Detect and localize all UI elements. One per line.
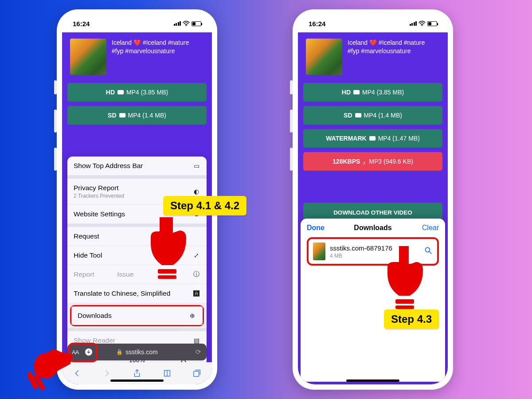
video-header: Iceland ❤️ #Iceland #nature #fyp #marvel…: [298, 32, 448, 83]
svg-rect-4: [158, 269, 176, 274]
battery-icon: [427, 21, 437, 26]
menu-show-top-address-bar[interactable]: Show Top Address Bar ▭: [67, 156, 207, 176]
bookmarks-button[interactable]: [162, 368, 172, 378]
shield-icon: ◐: [192, 188, 200, 196]
tabs-button[interactable]: [192, 368, 202, 378]
wifi-icon: [183, 21, 190, 26]
home-indicator: [110, 379, 164, 382]
status-time: 16:24: [309, 20, 325, 27]
done-button[interactable]: Done: [307, 224, 325, 232]
lock-icon: 🔒: [116, 349, 123, 355]
video-caption-line2: #fyp #marvelousnature: [112, 47, 189, 55]
pointer-hand-icon: [379, 243, 428, 312]
menu-translate[interactable]: Translate to Chinese, Simplified 🅰: [67, 284, 207, 303]
svg-point-2: [422, 25, 422, 26]
download-circle-icon: ⊕: [188, 312, 196, 320]
translate-icon: 🅰: [192, 289, 200, 297]
download-watermark-button[interactable]: WATERMARKMP4 (1.47 MB): [303, 129, 442, 148]
status-indicators: [410, 21, 438, 26]
download-sd-button[interactable]: SDMP4 (1.4 MB): [303, 106, 442, 125]
status-bar: 16:24: [62, 15, 212, 32]
svg-rect-9: [395, 305, 414, 309]
battery-icon: [192, 21, 201, 26]
video-caption-line2: #fyp #marvelousnature: [348, 47, 425, 55]
download-thumbnail: [313, 243, 325, 260]
status-time: 16:24: [73, 20, 90, 27]
signal-icon: [174, 21, 181, 26]
music-note-icon: [363, 159, 366, 164]
download-sd-button[interactable]: SDMP4 (1.4 MB): [67, 106, 207, 125]
svg-point-0: [186, 25, 187, 26]
camera-icon: [117, 90, 124, 94]
info-icon: ⓘ: [192, 270, 200, 278]
step-badge-4-3: Step 4.3: [384, 309, 439, 329]
expand-icon: ⤢: [192, 251, 200, 259]
download-mp3-button[interactable]: 128KBPSMP3 (949.6 KB): [303, 152, 442, 171]
forward-button: [102, 368, 112, 378]
wifi-icon: [419, 21, 426, 26]
svg-rect-5: [158, 275, 176, 279]
camera-icon: [369, 136, 376, 141]
status-bar: 16:24: [298, 15, 448, 32]
download-hd-button[interactable]: HDMP4 (3.85 MB): [67, 83, 207, 102]
video-caption-line1: Iceland ❤️ #Iceland #nature: [112, 39, 189, 47]
pointer-hand-icon: [22, 336, 84, 399]
home-indicator: [346, 379, 399, 382]
video-thumbnail: [306, 39, 342, 75]
url-host: ssstiks.com: [125, 348, 157, 356]
volume-buttons: [290, 80, 293, 171]
volume-buttons: [54, 80, 57, 171]
refresh-icon[interactable]: ⟳: [196, 348, 201, 356]
video-thumbnail: [70, 39, 106, 75]
share-button[interactable]: [132, 368, 142, 378]
status-indicators: [174, 21, 202, 26]
clear-button[interactable]: Clear: [422, 224, 439, 232]
download-hd-button[interactable]: HDMP4 (3.85 MB): [303, 83, 442, 102]
camera-icon: [353, 90, 360, 94]
pointer-hand-icon: [142, 213, 191, 281]
toolbar-icon: ▭: [192, 162, 200, 170]
camera-icon: [119, 113, 125, 117]
phone-right: 16:24 Iceland ❤️ #Iceland #nature #fyp #…: [293, 9, 453, 390]
svg-rect-8: [395, 299, 414, 304]
svg-rect-1: [194, 371, 199, 376]
signal-icon: [410, 21, 417, 26]
video-header: Iceland ❤️ #Iceland #nature #fyp #marvel…: [62, 32, 212, 83]
menu-downloads[interactable]: Downloads ⊕: [71, 306, 203, 325]
camera-icon: [355, 113, 361, 117]
video-caption-line1: Iceland ❤️ #Iceland #nature: [348, 39, 425, 47]
